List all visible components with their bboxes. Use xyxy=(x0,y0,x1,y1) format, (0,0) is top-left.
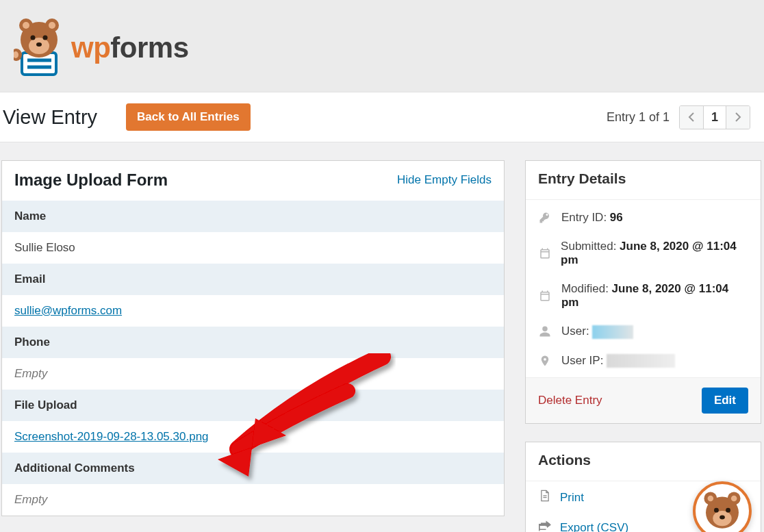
field-label: Name xyxy=(2,201,504,232)
calendar-icon xyxy=(538,247,551,259)
field-value: Screenshot-2019-09-28-13.05.30.png xyxy=(2,421,504,453)
page-title: View Entry xyxy=(3,106,97,129)
svg-rect-17 xyxy=(539,529,546,531)
svg-point-9 xyxy=(31,35,36,40)
field-value-link[interactable]: sullie@wpforms.com xyxy=(14,304,122,317)
key-icon xyxy=(538,212,552,224)
brand-banner: wpforms xyxy=(0,0,764,92)
entry-counter: Entry 1 of 1 xyxy=(607,110,670,125)
submitted-label: Submitted: xyxy=(561,240,616,253)
hide-empty-fields-link[interactable]: Hide Empty Fields xyxy=(397,173,492,187)
svg-point-25 xyxy=(714,508,719,513)
next-entry-button[interactable] xyxy=(726,106,750,129)
entry-details-heading: Entry Details xyxy=(526,161,761,200)
edit-entry-button[interactable]: Edit xyxy=(702,388,748,414)
modified-row: Modified: June 8, 2020 @ 11:04 pm xyxy=(538,282,748,309)
svg-point-7 xyxy=(49,22,55,29)
brand-wordmark: wpforms xyxy=(71,31,189,64)
export-icon xyxy=(538,520,552,532)
svg-point-11 xyxy=(36,42,42,47)
entry-pager: 1 xyxy=(679,105,750,129)
user-ip-value-redacted xyxy=(607,354,675,368)
export-label: Export (CSV) xyxy=(560,521,628,532)
delete-entry-link[interactable]: Delete Entry xyxy=(538,394,602,407)
form-card-header: Image Upload Form Hide Empty Fields xyxy=(2,161,504,201)
field-label: Email xyxy=(2,264,504,295)
svg-point-22 xyxy=(708,496,714,502)
svg-point-27 xyxy=(720,515,725,519)
svg-point-23 xyxy=(731,496,737,502)
title-bar: View Entry Back to All Entries Entry 1 o… xyxy=(0,92,764,142)
actions-heading: Actions xyxy=(526,442,761,481)
field-label: File Upload xyxy=(2,390,504,421)
user-ip-label: User IP: xyxy=(561,354,603,367)
form-title: Image Upload Form xyxy=(14,170,168,190)
field-label: Phone xyxy=(2,327,504,358)
field-empty-value: Empty xyxy=(14,367,47,380)
prev-entry-button[interactable] xyxy=(680,106,703,129)
location-icon xyxy=(538,355,552,367)
calendar-icon xyxy=(538,290,552,302)
modified-label: Modified: xyxy=(561,282,609,295)
chevron-right-icon xyxy=(735,112,741,122)
svg-point-6 xyxy=(23,22,29,29)
bear-logo-icon xyxy=(14,17,62,79)
file-icon xyxy=(538,490,552,505)
entry-details-footer: Delete Entry Edit xyxy=(526,378,761,423)
field-value: sullie@wpforms.com xyxy=(2,295,504,327)
bear-avatar-icon xyxy=(702,490,743,531)
brand-word-rest: forms xyxy=(110,31,188,64)
entry-details-card: Entry Details Entry ID: 96 Submitted: Ju… xyxy=(525,160,761,424)
print-label: Print xyxy=(560,491,584,505)
user-label: User: xyxy=(561,325,589,338)
form-entry-card: Image Upload Form Hide Empty Fields Name… xyxy=(1,160,505,516)
entry-id-row: Entry ID: 96 xyxy=(538,211,748,225)
field-label: Additional Comments xyxy=(2,453,504,484)
sidebar-column: Entry Details Entry ID: 96 Submitted: Ju… xyxy=(525,160,761,532)
entry-content-column: Image Upload Form Hide Empty Fields Name… xyxy=(1,160,505,532)
field-value: Empty xyxy=(2,484,504,516)
chevron-left-icon xyxy=(688,112,695,122)
entry-details-list: Entry ID: 96 Submitted: June 8, 2020 @ 1… xyxy=(526,200,761,378)
user-value-redacted xyxy=(592,325,633,339)
entry-nav: Entry 1 of 1 1 xyxy=(607,105,750,129)
submitted-row: Submitted: June 8, 2020 @ 11:04 pm xyxy=(538,240,748,267)
field-empty-value: Empty xyxy=(14,493,47,506)
user-icon xyxy=(538,325,552,338)
entry-id-label: Entry ID: xyxy=(561,211,607,224)
wpforms-logo: wpforms xyxy=(14,17,189,79)
fields-list: NameSullie ElosoEmailsullie@wpforms.comP… xyxy=(2,201,504,516)
field-value: Empty xyxy=(2,358,504,390)
page-body: Image Upload Form Hide Empty Fields Name… xyxy=(0,142,764,532)
user-row: User: xyxy=(538,325,748,339)
brand-word-prefix: wp xyxy=(71,31,110,64)
back-to-entries-button[interactable]: Back to All Entries xyxy=(126,103,251,131)
user-ip-row: User IP: xyxy=(538,354,748,368)
field-value: Sullie Eloso xyxy=(2,232,504,264)
svg-point-26 xyxy=(726,508,730,513)
entry-id-value: 96 xyxy=(610,211,623,224)
current-entry-number: 1 xyxy=(703,106,726,129)
field-value-link[interactable]: Screenshot-2019-09-28-13.05.30.png xyxy=(14,430,209,443)
svg-point-10 xyxy=(43,35,48,40)
